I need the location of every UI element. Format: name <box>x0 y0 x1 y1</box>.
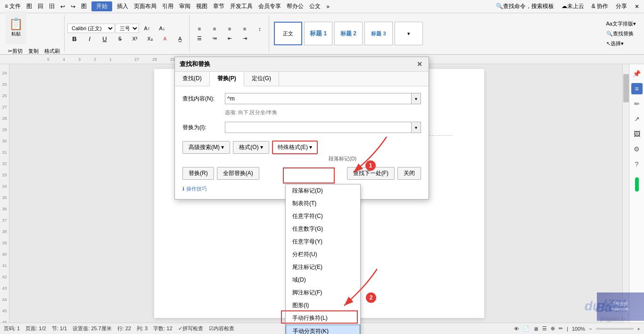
status-col: 列: 3 <box>137 325 148 332</box>
menu-collab[interactable]: & 协作 <box>589 1 611 11</box>
view-mode-full[interactable]: ⊕ <box>551 326 555 332</box>
style-more[interactable]: ▾ <box>395 22 423 45</box>
replace-dropdown-arrow[interactable]: ▾ <box>412 122 421 133</box>
find-input[interactable] <box>225 93 412 104</box>
bold-button[interactable]: B <box>67 34 82 44</box>
menu-item-vip[interactable]: 会员专享 <box>256 1 284 11</box>
font-family-select[interactable]: Calibri (正文) <box>67 24 115 33</box>
zoom-slider[interactable] <box>596 328 634 330</box>
operation-tips[interactable]: ℹ 操作技巧 <box>182 185 421 192</box>
style-normal[interactable]: 正文 <box>274 22 302 45</box>
numbered-list-button[interactable]: ≔ <box>207 34 222 43</box>
vertical-scrollbar[interactable] <box>622 64 629 323</box>
superscript-button[interactable]: X² <box>128 34 142 43</box>
tool-pin[interactable]: 📌 <box>631 68 643 79</box>
menu-item-doc[interactable]: 公文 <box>306 1 323 11</box>
menu-item-chapter[interactable]: 章节 <box>210 1 227 11</box>
zoom-increase[interactable]: + <box>637 326 640 332</box>
style-heading3[interactable]: 标题 3 <box>364 22 393 45</box>
scroll-thumb[interactable] <box>623 74 629 102</box>
select-button[interactable]: ↖ 选择▾ <box>604 39 626 49</box>
menu-search[interactable]: 🔍查找命令，搜索模板 <box>493 1 557 11</box>
dialog-close-button[interactable]: ✕ <box>415 60 424 68</box>
font-size-select[interactable]: 三号 <box>116 24 139 33</box>
menu-item-ref[interactable]: 引用 <box>159 1 176 11</box>
find-replace-button[interactable]: 🔍 查找替换 <box>604 29 636 39</box>
tab-replace[interactable]: 替换(P) <box>210 72 244 86</box>
align-center-button[interactable]: ≡ <box>207 25 222 33</box>
format-button[interactable]: 格式(O) ▾ <box>233 141 269 154</box>
font-color-button[interactable]: A <box>158 34 172 43</box>
view-mode-pen[interactable]: ✏ <box>559 326 563 332</box>
underline-button[interactable]: U <box>98 34 112 44</box>
italic-button[interactable]: I <box>83 34 97 44</box>
replace-button[interactable]: 替换(R) <box>182 167 214 180</box>
menu-item-dev[interactable]: 开发工具 <box>227 1 256 11</box>
view-mode-outline[interactable]: ☰ <box>542 326 547 332</box>
close-button[interactable]: 关闭 <box>397 167 421 180</box>
menu-item-insert[interactable]: 插入 <box>114 1 131 11</box>
menu-share[interactable]: 分享 <box>613 1 630 11</box>
zoom-decrease[interactable]: − <box>589 326 592 332</box>
text-layout-icon: Aa <box>606 21 612 26</box>
tool-settings[interactable]: ⚙ <box>631 143 643 155</box>
menu-item-icon4[interactable]: 图 <box>78 1 90 11</box>
strikethrough-button[interactable]: S̶ <box>113 34 127 43</box>
style-gallery: 正文 标题 1 标题 2 标题 3 ▾ <box>270 15 427 52</box>
menu-item-icon2[interactable]: 回 <box>35 1 46 11</box>
menu-item-layout[interactable]: 页面布局 <box>131 1 159 11</box>
subscript-button[interactable]: X₂ <box>143 34 157 43</box>
menu-item-icon1[interactable]: 图 <box>24 1 35 11</box>
menu-item-view[interactable]: 视图 <box>193 1 210 11</box>
menu-item-undo[interactable]: ↩ <box>58 2 68 11</box>
tool-img[interactable]: 🖼 <box>631 128 643 140</box>
tool-arrow[interactable]: ↗ <box>631 113 643 125</box>
font-grow-button[interactable]: A↑ <box>140 24 154 33</box>
style-heading1[interactable]: 标题 1 <box>304 22 332 45</box>
style-heading2[interactable]: 标题 2 <box>334 22 363 45</box>
advanced-search-button[interactable]: 高级搜索(M) ▾ <box>182 141 230 154</box>
bullet-list-button[interactable]: ☰ <box>192 34 206 43</box>
replace-all-button[interactable]: 全部替换(A) <box>217 167 259 180</box>
status-spell[interactable]: ✓拼写检查 <box>178 325 203 332</box>
tool-active[interactable]: ≡ <box>631 83 643 94</box>
menu-close[interactable]: ✕ <box>632 2 642 11</box>
status-content[interactable]: ☑内容检查 <box>209 325 234 332</box>
tab-find[interactable]: 查找(D) <box>175 72 210 86</box>
right-tools-panel: 📌 ≡ ✏ ↗ 🖼 ⚙ ? <box>629 64 644 323</box>
menu-item-more[interactable]: » <box>323 2 332 11</box>
indent-increase-button[interactable]: ⇥ <box>238 34 252 43</box>
align-left-button[interactable]: ≡ <box>192 25 206 33</box>
text-layout-button[interactable]: Aa 文字排版▾ <box>604 19 638 29</box>
indent-decrease-button[interactable]: ⇤ <box>223 34 237 43</box>
menu-item-icon3[interactable]: 旧 <box>46 1 58 11</box>
find-next-button[interactable]: 查找下一处(F) <box>347 167 395 180</box>
menu-item-file[interactable]: ≡ 文件 <box>2 1 24 11</box>
line-spacing-button[interactable]: ↕ <box>253 25 267 33</box>
view-mode-print[interactable]: 📄 <box>523 326 529 332</box>
green-indicator <box>635 177 639 192</box>
font-shrink-button[interactable]: A↓ <box>155 24 169 33</box>
replace-input[interactable] <box>225 122 412 133</box>
justify-button[interactable]: ≡ <box>238 25 252 33</box>
status-page-ratio: 页面: 1/2 <box>25 325 46 332</box>
tool-help[interactable]: ? <box>631 159 643 170</box>
tool-pen[interactable]: ✏ <box>631 98 643 109</box>
highlight-button[interactable]: A̲ <box>173 34 187 43</box>
special-format-button[interactable]: 特殊格式(E) ▾ <box>272 141 318 154</box>
find-replace-dialog[interactable]: 查找和替换 ✕ 查找(D) 替换(P) 定位(G) 查找内容(N): ▾ 选项:… <box>174 57 429 200</box>
menu-item-redo[interactable]: ↪ <box>68 2 78 11</box>
paste-button[interactable]: 📋 粘贴 <box>6 11 26 44</box>
find-field: 查找内容(N): ▾ <box>182 93 421 104</box>
menu-item-review[interactable]: 审阅 <box>176 1 193 11</box>
menu-cloud[interactable]: ☁未上云 <box>559 1 587 11</box>
find-dropdown-arrow[interactable]: ▾ <box>412 93 421 104</box>
find-options-text: 选项: 向下,区分全/半角 <box>225 109 421 116</box>
align-right-button[interactable]: ≡ <box>223 25 237 33</box>
view-mode-web[interactable]: 🖥 <box>533 326 538 332</box>
tab-goto[interactable]: 定位(G) <box>244 72 279 86</box>
menu-item-office[interactable]: 帮办公 <box>284 1 306 11</box>
view-mode-read[interactable]: 👁 <box>514 326 519 332</box>
menu-item-start[interactable]: 开始 <box>91 1 112 11</box>
select-label: 选择▾ <box>611 40 624 47</box>
